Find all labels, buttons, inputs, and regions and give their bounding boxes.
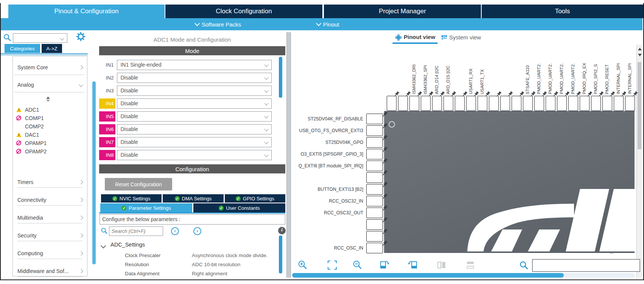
sidebar-group[interactable]: Multimedia — [17, 212, 82, 223]
mirror-view-button[interactable] — [436, 260, 447, 270]
scroll-up-icon[interactable] — [638, 48, 642, 50]
panel-vertical-scrollbar[interactable] — [636, 45, 642, 278]
table-view-button[interactable] — [465, 260, 476, 270]
top-pin[interactable]: PMOD_IRQ_EX PD2 — [580, 96, 590, 111]
adc-input-dropdown[interactable]: Disable — [117, 98, 272, 109]
tab-user-constants[interactable]: User Constants — [193, 203, 285, 212]
tab-pinout-view[interactable]: Pinout view — [404, 34, 435, 40]
pinout-search-input[interactable] — [532, 259, 640, 272]
parameter-row[interactable]: Resolution ADC 10-bit resolution — [0, 261, 288, 270]
top-pin[interactable]: VDD — [387, 96, 397, 111]
horizontal-scrollbar-thumb[interactable] — [292, 273, 564, 278]
top-pin[interactable]: PMOD_UART2. PD4 — [557, 96, 567, 111]
info-icon[interactable]: i — [278, 227, 286, 234]
top-pin[interactable]: PMOD_SPI2_S PD1 — [591, 96, 601, 111]
left-pin[interactable]: O3_EXTI5 [SPSGRF_GPIO_3] PE5 — [366, 149, 383, 159]
top-pin[interactable]: USART1_RX PB7 — [466, 96, 476, 111]
sidebar-group[interactable]: Timers — [17, 177, 82, 188]
sidebar-item-peripheral[interactable]: ADC1 — [14, 106, 82, 114]
parameter-search-input[interactable] — [109, 226, 163, 236]
sidebar-group[interactable]: Connectivity — [17, 195, 82, 206]
left-pin[interactable]: ST25DV04K_RF_DISABLE PE2 — [366, 114, 383, 124]
top-pin[interactable]: USART1_TX PB6 — [478, 96, 487, 111]
rotate-counterclockwise-button[interactable] — [408, 260, 418, 270]
previous-match-button[interactable]: ‹ — [171, 227, 179, 235]
tab-clock-configuration[interactable]: Clock Configuration — [165, 5, 322, 18]
sidebar-item-peripheral[interactable]: OPAMP2 — [14, 147, 82, 156]
tab-project-manager[interactable]: Project Manager — [323, 5, 481, 18]
sidebar-item-peripheral[interactable]: COMP2 — [14, 122, 82, 131]
left-pin[interactable]: VBAT — [366, 172, 383, 183]
top-pin[interactable]: PB4 (.. — [500, 96, 510, 111]
top-pin[interactable]: ISM43362_DRI PE1 — [409, 96, 419, 111]
adc-input-dropdown[interactable]: Disable — [117, 111, 272, 122]
tab-parameter-settings[interactable]: Parameter Settings — [100, 203, 192, 212]
tab-system-view[interactable]: System view — [449, 34, 481, 41]
chevron-down-icon — [264, 127, 268, 131]
top-pin[interactable]: ISM43362_SPI PE0 — [421, 96, 431, 111]
top-pin[interactable]: PMOD_UART2. PD5 — [546, 96, 555, 111]
top-pin[interactable]: ARD_D15 [I2C PB8 — [443, 96, 453, 111]
ip-search-combo[interactable] — [13, 33, 67, 43]
param-group-label[interactable]: ADC_Settings — [110, 242, 145, 248]
config-scrollbar-thumb[interactable] — [279, 236, 282, 273]
sidebar-scrollbar[interactable] — [92, 81, 96, 264]
left-pin[interactable]: RCC_OSC32_IN PC14.. — [366, 196, 383, 206]
left-pin[interactable]: BUTTON_EXTI13 [B2] PC13 — [366, 184, 383, 195]
left-pin[interactable]: VDD — [366, 231, 383, 242]
left-pin[interactable]: Q_EXTI6 [BT module_SPI_IRQ] PE6 — [366, 161, 383, 171]
tab-gpio-settings[interactable]: GPIO Settings — [225, 194, 285, 203]
next-match-button[interactable]: › — [193, 227, 201, 235]
top-pin[interactable]: PMOD_RESET PD0 — [602, 96, 612, 111]
top-pin[interactable]: PB3 (.. — [512, 96, 521, 111]
mode-scrollbar-thumb[interactable] — [279, 57, 282, 98]
left-pin[interactable]: ST25DV04K_GPO PE4 — [366, 137, 383, 148]
top-pin[interactable]: VSS — [398, 96, 408, 111]
tab-pinout-configuration[interactable]: Pinout & Configuration — [8, 5, 165, 18]
sidebar-group[interactable]: Security — [17, 230, 82, 241]
adc-input-dropdown[interactable]: Disable — [117, 86, 272, 96]
scroll-down-icon[interactable] — [638, 54, 642, 56]
parameter-row[interactable]: Clock Prescaler Asynchronous clock mode … — [0, 251, 288, 261]
sidebar-tab-categories[interactable]: Categories — [5, 44, 40, 53]
adc-input-dropdown[interactable]: Disable — [117, 124, 272, 134]
sidebar-group-analog[interactable]: Analog — [17, 81, 82, 89]
top-pin[interactable]: ARD_D14 [I2C PB9 — [432, 96, 442, 111]
tab-tools[interactable]: Tools — [481, 5, 643, 18]
parameter-row[interactable]: Data Alignment Right alignment — [0, 270, 288, 279]
top-pin[interactable]: PB5 — [489, 96, 499, 111]
top-pin[interactable]: PMOD_UART2. PD3 — [568, 96, 578, 111]
sidebar-group-system-core[interactable]: System Core — [17, 63, 82, 72]
sort-toggle[interactable] — [46, 97, 50, 102]
tab-nvic-settings[interactable]: NVIC Settings — [101, 194, 162, 203]
sidebar-item-peripheral[interactable]: DAC1 — [14, 131, 82, 139]
adc-input-dropdown[interactable]: Disable — [117, 137, 272, 147]
adc-input-dropdown[interactable]: Disable — [117, 73, 272, 83]
zoom-out-button[interactable] — [352, 260, 363, 270]
fit-to-screen-button[interactable] — [327, 260, 338, 270]
left-pin[interactable]: RCC_OSC32_OUT PC15.. — [366, 208, 383, 218]
top-pin[interactable]: PH3-.. — [455, 96, 465, 111]
reset-configuration-button[interactable]: Reset Configuration — [105, 178, 172, 190]
pinout-menu[interactable]: Pinout — [316, 18, 339, 30]
gear-icon[interactable] — [76, 32, 86, 41]
top-pin[interactable]: INTERNAL_SPI PC11 — [625, 96, 635, 111]
left-pin[interactable]: USB_OTG_FS_OVRCR_EXTI3 PE3 — [366, 125, 383, 136]
tab-dma-settings[interactable]: DMA Settings — [163, 194, 223, 203]
rotate-clockwise-button[interactable] — [379, 260, 389, 270]
panel-splitter[interactable] — [286, 32, 291, 278]
top-pin[interactable]: INTERNAL_SPI PC12 — [614, 96, 624, 111]
adc-input-dropdown[interactable]: Disable — [117, 150, 272, 160]
sidebar-item-peripheral[interactable]: OPAMP1 — [14, 139, 82, 147]
left-pin[interactable]: VSS — [366, 219, 383, 230]
top-pin[interactable]: STSAFE_A110 PD7 — [523, 96, 533, 111]
mcu-chip-body[interactable] — [384, 111, 635, 253]
top-pin[interactable]: PMOD_UART2. PD6 — [534, 96, 544, 111]
adc-input-dropdown[interactable]: IN1 Single-ended — [117, 60, 272, 70]
sidebar-tab-a-to-z[interactable]: A->Z — [42, 44, 62, 53]
left-pin[interactable]: RCC_OSC_IN PH0-.. — [366, 243, 383, 253]
sidebar-item-peripheral[interactable]: COMP1 — [14, 114, 82, 122]
scrollbar-thumb[interactable] — [638, 62, 641, 149]
software-packs-menu[interactable]: Software Packs — [194, 18, 241, 30]
zoom-in-button[interactable] — [297, 260, 308, 270]
